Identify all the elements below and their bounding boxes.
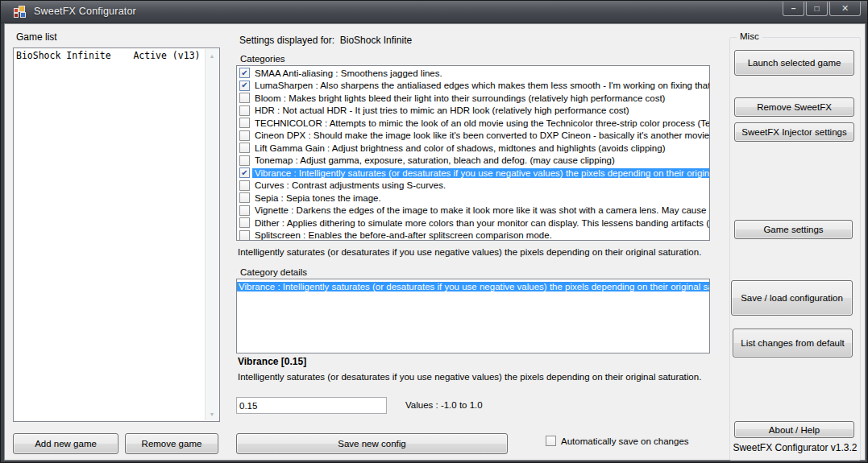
app-icon bbox=[14, 6, 27, 18]
game-list-item[interactable]: BioShock Infinite Active (v13) bbox=[14, 48, 219, 61]
checkbox-unchecked-icon[interactable] bbox=[239, 93, 250, 103]
scroll-up-icon[interactable]: ▲ bbox=[206, 49, 218, 62]
save-new-config-button[interactable]: Save new config bbox=[236, 433, 508, 454]
category-label: Lift Gamma Gain : Adjust brightness and … bbox=[252, 143, 709, 153]
checkbox-checked-icon[interactable]: ✔ bbox=[239, 167, 250, 178]
category-label: Cineon DPX : Should make the image look … bbox=[252, 130, 709, 140]
maximize-icon: □ bbox=[814, 5, 819, 13]
window-controls: – □ ✕ bbox=[783, 2, 861, 16]
close-icon: ✕ bbox=[841, 4, 849, 13]
category-row[interactable]: ✔SMAA Anti-aliasing : Smoothens jagged l… bbox=[237, 67, 709, 80]
minimize-button[interactable]: – bbox=[783, 2, 804, 16]
category-label: Dither : Applies dithering to simulate m… bbox=[252, 218, 709, 228]
sweetfx-injector-settings-button[interactable]: SweetFX Injector settings bbox=[734, 122, 854, 142]
setting-title: Vibrance [0.15] bbox=[238, 356, 306, 367]
category-row[interactable]: Lift Gamma Gain : Adjust brightness and … bbox=[237, 142, 709, 155]
selected-category-description: Intelligently saturates (or desaturates … bbox=[238, 247, 709, 257]
launch-selected-game-button[interactable]: Launch selected game bbox=[734, 50, 854, 76]
category-label: Vibrance : Intelligently saturates (or d… bbox=[252, 168, 709, 178]
category-label: HDR : Not actual HDR - It just tries to … bbox=[252, 105, 709, 115]
close-button[interactable]: ✕ bbox=[829, 2, 861, 16]
category-details-listbox[interactable]: Vibrance : Intelligently saturates (or d… bbox=[236, 279, 710, 353]
category-label: LumaSharpen : Also sharpens the antialia… bbox=[252, 81, 709, 90]
checkbox-unchecked-icon[interactable] bbox=[239, 230, 250, 241]
checkbox-checked-icon[interactable]: ✔ bbox=[239, 68, 250, 78]
category-row[interactable]: Sepia : Sepia tones the image. bbox=[237, 192, 709, 205]
category-row[interactable]: Splitscreen : Enables the before-and-aft… bbox=[237, 229, 709, 242]
autosave-label: Automatically save on changes bbox=[561, 436, 689, 446]
categories-label: Categories bbox=[240, 54, 285, 64]
game-list-label: Game list bbox=[16, 31, 57, 43]
settings-displayed-for: Settings displayed for: BioShock Infinit… bbox=[239, 35, 412, 46]
checkbox-unchecked-icon[interactable] bbox=[239, 205, 250, 216]
remove-sweetfx-button[interactable]: Remove SweetFX bbox=[734, 97, 854, 117]
autosave-checkbox-icon[interactable] bbox=[546, 436, 556, 446]
game-listbox[interactable]: BioShock Infinite Active (v13) ▲ ▼ bbox=[13, 48, 220, 422]
category-label: Vignette : Darkens the edges of the imag… bbox=[252, 205, 709, 215]
game-settings-button[interactable]: Game settings bbox=[734, 220, 853, 239]
checkbox-checked-icon[interactable]: ✔ bbox=[239, 81, 250, 91]
category-row[interactable]: ✔LumaSharpen : Also sharpens the antiali… bbox=[237, 80, 709, 93]
app-window: SweetFX Configurator – □ ✕ Game list Bio… bbox=[0, 0, 868, 463]
setting-description: Intelligently saturates (or desaturates … bbox=[238, 372, 709, 382]
settings-displayed-for-label: Settings displayed for: bbox=[239, 35, 334, 46]
category-row[interactable]: ✔Vibrance : Intelligently saturates (or … bbox=[237, 167, 709, 180]
category-detail-label: Vibrance : Intelligently saturates (or d… bbox=[237, 282, 709, 291]
category-label: SMAA Anti-aliasing : Smoothens jagged li… bbox=[252, 68, 709, 78]
settings-displayed-for-value: BioShock Infinite bbox=[340, 35, 412, 46]
app-icon-maroon-square bbox=[14, 13, 19, 18]
category-label: Curves : Contrast adjustments using S-cu… bbox=[252, 180, 709, 190]
value-range-label: Values : -1.0 to 1.0 bbox=[405, 400, 483, 410]
category-label: Tonemap : Adjust gamma, exposure, satura… bbox=[252, 155, 709, 165]
category-row[interactable]: Dither : Applies dithering to simulate m… bbox=[237, 217, 709, 229]
category-row[interactable]: HDR : Not actual HDR - It just tries to … bbox=[237, 105, 709, 118]
app-icon-blue-square bbox=[20, 12, 26, 18]
category-details-label: Category details bbox=[240, 267, 307, 277]
checkbox-unchecked-icon[interactable] bbox=[239, 192, 250, 203]
app-icon-yellow-square bbox=[19, 6, 25, 12]
save-load-configuration-button[interactable]: Save / load configuration bbox=[731, 280, 853, 316]
category-label: Splitscreen : Enables the before-and-aft… bbox=[252, 230, 709, 240]
title-bar[interactable]: SweetFX Configurator – □ ✕ bbox=[1, 1, 867, 23]
add-new-game-button[interactable]: Add new game bbox=[13, 433, 118, 454]
category-detail-row[interactable]: Vibrance : Intelligently saturates (or d… bbox=[237, 280, 709, 293]
category-row[interactable]: Vignette : Darkens the edges of the imag… bbox=[237, 205, 709, 217]
checkbox-unchecked-icon[interactable] bbox=[239, 105, 250, 116]
category-row[interactable]: Cineon DPX : Should make the image look … bbox=[237, 130, 709, 143]
checkbox-unchecked-icon[interactable] bbox=[239, 118, 250, 128]
categories-checked-listbox[interactable]: ✔SMAA Anti-aliasing : Smoothens jagged l… bbox=[236, 65, 710, 241]
remove-game-button[interactable]: Remove game bbox=[125, 433, 218, 454]
category-label: TECHNICOLOR : Attempts to mimic the look… bbox=[252, 118, 709, 128]
scroll-down-icon[interactable]: ▼ bbox=[206, 407, 218, 420]
misc-groupbox-label: Misc bbox=[737, 31, 762, 41]
window-title: SweetFX Configurator bbox=[34, 6, 136, 17]
client-area: Game list BioShock Infinite Active (v13)… bbox=[4, 23, 866, 461]
autosave-checkbox-group[interactable]: Automatically save on changes bbox=[546, 436, 689, 446]
checkbox-unchecked-icon[interactable] bbox=[239, 155, 250, 166]
setting-value-input[interactable] bbox=[236, 397, 387, 414]
game-list-scrollbar[interactable]: ▲ ▼ bbox=[205, 49, 218, 420]
about-help-button[interactable]: About / Help bbox=[734, 421, 854, 438]
maximize-button[interactable]: □ bbox=[806, 2, 828, 16]
category-row[interactable]: Curves : Contrast adjustments using S-cu… bbox=[237, 180, 709, 192]
checkbox-unchecked-icon[interactable] bbox=[239, 217, 250, 228]
category-label: Sepia : Sepia tones the image. bbox=[252, 193, 709, 203]
category-label: Bloom : Makes bright lights bleed their … bbox=[252, 93, 709, 103]
checkbox-unchecked-icon[interactable] bbox=[239, 180, 250, 191]
app-version-label: SweetFX Configurator v1.3.2 bbox=[729, 442, 861, 453]
list-changes-from-default-button[interactable]: List changes from default bbox=[733, 329, 853, 358]
category-row[interactable]: Bloom : Makes bright lights bleed their … bbox=[237, 92, 709, 105]
category-row[interactable]: TECHNICOLOR : Attempts to mimic the look… bbox=[237, 117, 709, 130]
category-row[interactable]: Tonemap : Adjust gamma, exposure, satura… bbox=[237, 155, 709, 167]
minimize-icon: – bbox=[791, 5, 796, 13]
checkbox-unchecked-icon[interactable] bbox=[239, 143, 250, 153]
checkbox-unchecked-icon[interactable] bbox=[239, 130, 250, 141]
